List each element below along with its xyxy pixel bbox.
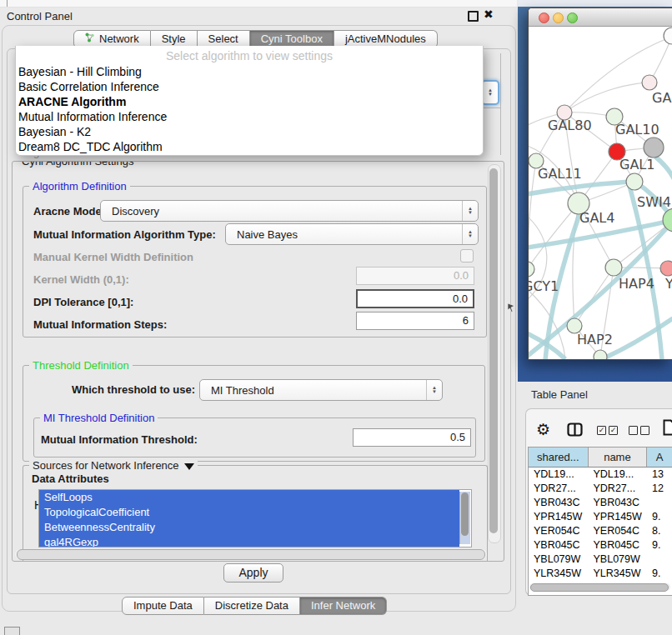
sources-title: Sources for Network Inference: [29, 459, 198, 472]
attr-item-topologicalcoefficient[interactable]: TopologicalCoefficient: [39, 505, 459, 520]
unchecked-boxes-icon[interactable]: [629, 426, 649, 435]
network-node[interactable]: [594, 350, 607, 359]
attr-item-selfloops[interactable]: SelfLoops: [39, 490, 459, 505]
column-header-name[interactable]: name: [589, 448, 648, 467]
network-node-gal[interactable]: [642, 75, 657, 90]
node-table[interactable]: shared...nameA YDL19...YDL19...13YDR27..…: [528, 447, 672, 596]
combo-stepper-icon: ▲▼: [462, 201, 478, 221]
manual-kernel-checkbox[interactable]: [460, 249, 474, 262]
algorithm-option-basic-correlation-inference[interactable]: Basic Correlation Inference: [16, 79, 483, 94]
algorithm-definition-title: Algorithm Definition: [29, 180, 130, 192]
network-node-gcy1[interactable]: [529, 262, 534, 277]
top-edge-strip: [0, 0, 517, 8]
combo-stepper-icon: ▲▼: [462, 224, 478, 244]
column-header-a[interactable]: A: [647, 448, 672, 467]
network-node[interactable]: [664, 28, 672, 44]
kernel-width-field[interactable]: 0.0: [356, 267, 474, 285]
dpi-tolerance-field[interactable]: 0.0: [356, 289, 474, 308]
settings-horizontal-scrollbar[interactable]: [15, 549, 487, 559]
table-row[interactable]: YBR043CYBR043C: [529, 496, 672, 510]
table-row[interactable]: YBL079WYBL079W: [529, 552, 672, 567]
algorithm-option-mutual-information-inference[interactable]: Mutual Information Inference: [16, 109, 483, 124]
algorithm-option-dream8-dc-tdc-algorithm[interactable]: Dream8 DC_TDC Algorithm: [16, 139, 483, 154]
close-icon[interactable]: ✖: [484, 8, 494, 21]
table-horizontal-scrollbar[interactable]: [529, 583, 670, 591]
attr-list-scrollbar[interactable]: [459, 492, 470, 544]
bottom-tab-infer-network[interactable]: Infer Network: [300, 597, 387, 615]
network-node-label: GAL: [652, 90, 672, 106]
mi-steps-field[interactable]: 6: [356, 312, 474, 330]
algorithm-option-bayesian-k2[interactable]: Bayesian - K2: [16, 124, 483, 139]
network-node-label: GAL11: [538, 166, 582, 182]
apply-button[interactable]: Apply: [223, 563, 283, 582]
network-node-hap4[interactable]: [605, 259, 622, 276]
minimize-traffic-icon[interactable]: [553, 12, 564, 23]
algorithm-definition-group: Algorithm Definition Aracne Mode: Discov…: [23, 186, 487, 338]
bottom-tab-label: Infer Network: [311, 597, 375, 615]
settings-vertical-scrollbar[interactable]: [488, 164, 501, 543]
checked-boxes-icon[interactable]: ✓✓: [597, 426, 618, 435]
column-header-shared-[interactable]: shared...: [529, 448, 589, 467]
table-cell: YPR145W: [529, 510, 589, 524]
network-node-label: GCY1: [529, 278, 559, 294]
bottom-tab-impute-data[interactable]: Impute Data: [122, 597, 204, 615]
table-row[interactable]: YLR345WYLR345W9.: [529, 567, 672, 581]
zoom-traffic-icon[interactable]: [567, 12, 578, 23]
table-cell: 8.: [647, 524, 672, 538]
network-view-window[interactable]: GALGAL80GAL10GAL1GAL11GAL4SWI4GCY1HAP4YH…: [528, 8, 672, 360]
table-row[interactable]: YER054CYER054C8.: [529, 524, 672, 538]
network-node-y[interactable]: [660, 261, 672, 276]
network-edge: [574, 268, 614, 326]
table-row[interactable]: YDL19...YDL19...13: [529, 468, 672, 482]
table-cell: [647, 496, 672, 510]
network-node[interactable]: [626, 173, 643, 190]
table-cell: 9.: [647, 510, 672, 524]
network-edge: [564, 82, 649, 112]
gear-icon[interactable]: ⚙: [536, 420, 550, 438]
algorithm-option-aracne-algorithm[interactable]: ARACNE Algorithm: [16, 94, 483, 109]
document-icon[interactable]: [663, 419, 672, 436]
bottom-tab-discretize-data[interactable]: Discretize Data: [204, 597, 300, 615]
attr-item-gal4rgexp[interactable]: gal4RGexp: [39, 535, 459, 548]
table-cell: YPR145W: [589, 510, 648, 524]
data-attributes-list[interactable]: SelfLoopsTopologicalCoefficientBetweenne…: [38, 489, 472, 548]
algorithm-dropdown-popup: Select algorithm to view settings Bayesi…: [15, 46, 484, 156]
table-cell: YDR27...: [529, 482, 589, 496]
algorithm-option-bayesian-hill-climbing[interactable]: Bayesian - Hill Climbing: [16, 64, 483, 79]
network-node-label: GAL1: [619, 157, 654, 172]
aracne-mode-combo[interactable]: Discovery ▲▼: [100, 200, 479, 222]
bottom-tab-label: Impute Data: [133, 597, 193, 615]
table-cell: 9.: [647, 538, 672, 552]
table-row[interactable]: YBR045CYBR045C9.: [529, 538, 672, 552]
mi-threshold-field[interactable]: 0.5: [353, 428, 471, 447]
columns-icon[interactable]: [567, 422, 584, 437]
mi-type-combo[interactable]: Naive Bayes ▲▼: [225, 223, 479, 245]
network-window-titlebar[interactable]: [529, 8, 672, 27]
combo-stepper-icon: ▲▼: [426, 380, 442, 400]
network-node-label: GAL4: [579, 210, 614, 226]
network-graph-canvas[interactable]: GALGAL80GAL10GAL1GAL11GAL4SWI4GCY1HAP4YH…: [529, 27, 672, 359]
close-traffic-icon[interactable]: [539, 12, 549, 23]
expanded-arrow-icon: [184, 463, 194, 470]
table-row[interactable]: YDR27...YDR27...12: [529, 482, 672, 496]
table-cell: YBR045C: [529, 538, 589, 552]
table-cell: YBR043C: [589, 496, 648, 510]
hidden-panel-border-fragment: [500, 53, 501, 155]
kernel-width-label: Kernel Width (0,1):: [33, 273, 129, 286]
table-cell: YBL079W: [589, 552, 648, 567]
network-edge: [655, 157, 672, 182]
network-edge: [529, 161, 536, 269]
attr-item-betweennesscentrality[interactable]: BetweennessCentrality: [39, 520, 459, 535]
network-node-label: Y: [664, 276, 672, 292]
mi-steps-label: Mutual Information Steps:: [33, 318, 167, 331]
hidden-combo-stepper-icon[interactable]: ▲▼: [481, 80, 499, 105]
algorithm-dropdown-items: Bayesian - Hill ClimbingBasic Correlatio…: [16, 64, 483, 154]
which-threshold-combo[interactable]: MI Threshold ▲▼: [199, 379, 443, 401]
table-cell: YBR043C: [529, 496, 589, 510]
table-row[interactable]: YPR145WYPR145W9.: [529, 510, 672, 524]
mi-threshold-definition-group: MI Threshold Definition Mutual Informati…: [33, 418, 476, 458]
network-node[interactable]: [644, 138, 664, 158]
minimized-panel-icon[interactable]: [4, 627, 20, 635]
float-icon[interactable]: [468, 11, 479, 22]
table-cell: YBL079W: [529, 552, 589, 567]
